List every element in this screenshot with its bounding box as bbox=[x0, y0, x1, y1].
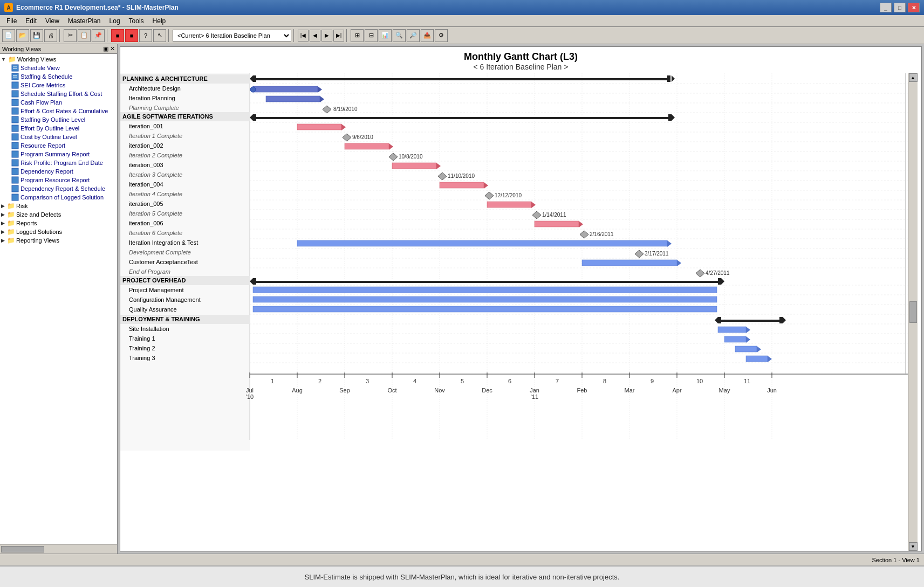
tree-folder-logged[interactable]: ▶ 📁 Logged Solutions bbox=[0, 227, 117, 236]
tree-item-dependency[interactable]: Dependency Report bbox=[9, 167, 117, 176]
tb-save[interactable]: 💾 bbox=[30, 29, 43, 42]
scroll-thumb[interactable] bbox=[1, 546, 44, 553]
svg-text:Iteration 2 Complete: Iteration 2 Complete bbox=[129, 152, 182, 158]
menu-tools[interactable]: Tools bbox=[125, 16, 148, 26]
tb-zoom-in[interactable]: 🔍 bbox=[393, 29, 406, 42]
tree-item-program-resource[interactable]: Program Resource Report bbox=[9, 176, 117, 184]
tree-item-cost-outline[interactable]: Cost by Outline Level bbox=[9, 133, 117, 141]
nav-last[interactable]: ▶| bbox=[333, 30, 344, 42]
svg-rect-99 bbox=[253, 78, 668, 80]
tree-item-cashflow[interactable]: Cash Flow Plan bbox=[9, 98, 117, 107]
left-scrollbar[interactable] bbox=[0, 544, 117, 554]
section-label: Section 1 - View 1 bbox=[872, 557, 920, 563]
minimize-button[interactable]: _ bbox=[880, 3, 892, 12]
nav-play[interactable]: ▶ bbox=[321, 30, 332, 42]
svg-text:10/8/2010: 10/8/2010 bbox=[399, 154, 423, 160]
v-scroll-thumb[interactable] bbox=[909, 301, 917, 323]
svg-text:Nov: Nov bbox=[434, 387, 445, 393]
gantt-title-main: Monthly Gantt Chart (L3) bbox=[120, 51, 921, 63]
svg-text:Iteration 4 Complete: Iteration 4 Complete bbox=[129, 191, 182, 197]
tb-settings[interactable]: ⚙ bbox=[435, 29, 448, 42]
tree-item-sei[interactable]: SEI Core Metrics bbox=[9, 81, 117, 89]
svg-rect-14 bbox=[12, 151, 18, 157]
menu-bar: File Edit View MasterPlan Log Tools Help bbox=[0, 15, 924, 27]
svg-text:iteration_001: iteration_001 bbox=[129, 123, 163, 129]
tb-new[interactable]: 📄 bbox=[2, 29, 15, 42]
svg-text:12/12/2010: 12/12/2010 bbox=[495, 192, 522, 198]
tb-help[interactable]: ? bbox=[139, 29, 152, 42]
nav-first[interactable]: |◀ bbox=[298, 30, 309, 42]
menu-view[interactable]: View bbox=[41, 16, 64, 26]
tb-grid2[interactable]: ⊟ bbox=[365, 29, 378, 42]
tree-item-comparison[interactable]: Comparison of Logged Solution bbox=[9, 193, 117, 202]
tree-item-staffing-outline[interactable]: Staffing By Outline Level bbox=[9, 115, 117, 124]
svg-text:Training 1: Training 1 bbox=[129, 335, 155, 342]
tb-cut[interactable]: ✂ bbox=[64, 29, 77, 42]
menu-edit[interactable]: Edit bbox=[21, 16, 41, 26]
menu-help[interactable]: Help bbox=[148, 16, 170, 26]
tree-item-program-summary[interactable]: Program Summary Report bbox=[9, 150, 117, 158]
tree-item-staffing-schedule[interactable]: Staffing & Schedule bbox=[9, 72, 117, 81]
app-icon: A bbox=[4, 3, 13, 12]
tree-folder-reporting[interactable]: ▶ 📁 Reporting Views bbox=[0, 236, 117, 245]
chart-right-scrollbar[interactable]: ▲ ▼ bbox=[908, 73, 918, 551]
tb-export[interactable]: 📤 bbox=[421, 29, 434, 42]
tb-red1[interactable]: ■ bbox=[111, 29, 124, 42]
svg-rect-153 bbox=[253, 306, 717, 312]
svg-text:11/10/2010: 11/10/2010 bbox=[448, 173, 475, 179]
svg-text:9/6/2010: 9/6/2010 bbox=[352, 134, 373, 140]
svg-rect-112 bbox=[668, 114, 672, 121]
nav-prev[interactable]: ◀ bbox=[310, 30, 320, 42]
tb-pointer[interactable]: ↖ bbox=[153, 29, 166, 42]
tree-item-schedule-staffing[interactable]: Schedule Staffing Effort & Cost bbox=[9, 89, 117, 98]
svg-text:Iteration Planning: Iteration Planning bbox=[129, 95, 175, 101]
tree-folder-risk[interactable]: ▶ 📁 Risk bbox=[0, 202, 117, 210]
left-panel: Working Views ▣ ✕ ▼ 📁 Working Views Sche… bbox=[0, 44, 118, 554]
baseline-dropdown[interactable]: <Current> 6 Iteration Baseline Plan bbox=[173, 30, 291, 42]
tree-folder-reports[interactable]: ▶ 📁 Reports bbox=[0, 219, 117, 227]
tree-item-effort-outline[interactable]: Effort By Outline Level bbox=[9, 124, 117, 133]
scroll-down-arrow[interactable]: ▼ bbox=[909, 542, 918, 551]
tree-item-schedule-view[interactable]: Schedule View bbox=[9, 64, 117, 72]
svg-rect-148 bbox=[253, 281, 719, 283]
footer: SLIM-Estimate is shipped with SLIM-Maste… bbox=[0, 565, 924, 587]
svg-text:Quality Assurance: Quality Assurance bbox=[129, 306, 177, 313]
svg-text:2/16/2011: 2/16/2011 bbox=[590, 231, 614, 237]
menu-masterplan[interactable]: MasterPlan bbox=[64, 16, 105, 26]
title-bar: A Ecommerce R1 Development.sea* - SLIM-M… bbox=[0, 0, 924, 15]
svg-text:Oct: Oct bbox=[387, 387, 396, 393]
menu-log[interactable]: Log bbox=[105, 16, 125, 26]
close-button[interactable]: ✕ bbox=[908, 3, 920, 12]
svg-rect-142 bbox=[582, 260, 677, 266]
tb-paste[interactable]: 📌 bbox=[92, 29, 105, 42]
svg-rect-156 bbox=[718, 320, 783, 322]
tree-item-effort-cost[interactable]: Effort & Cost Rates & Cumulative bbox=[9, 107, 117, 115]
maximize-button[interactable]: □ bbox=[894, 3, 906, 12]
gantt-title-sub: < 6 Iteration Baseline Plan > bbox=[120, 63, 921, 71]
svg-rect-8 bbox=[12, 99, 18, 106]
tb-print[interactable]: 🖨 bbox=[44, 29, 57, 42]
svg-text:8/19/2010: 8/19/2010 bbox=[333, 106, 358, 112]
svg-text:Iteration 5 Complete: Iteration 5 Complete bbox=[129, 210, 182, 217]
svg-rect-149 bbox=[718, 278, 721, 285]
tb-grid1[interactable]: ⊞ bbox=[351, 29, 364, 42]
tree-item-risk-profile[interactable]: Risk Profile: Program End Date bbox=[9, 158, 117, 167]
tree-root-working-views[interactable]: ▼ 📁 Working Views bbox=[0, 55, 117, 64]
tb-red2[interactable]: ■ bbox=[125, 29, 138, 42]
tree-item-dependency-schedule[interactable]: Dependency Report & Schedule bbox=[9, 184, 117, 193]
svg-rect-7 bbox=[12, 91, 18, 97]
scroll-up-arrow[interactable]: ▲ bbox=[909, 73, 918, 82]
svg-text:Mar: Mar bbox=[625, 387, 635, 393]
tree-folder-size[interactable]: ▶ 📁 Size and Defects bbox=[0, 210, 117, 219]
svg-text:Dec: Dec bbox=[482, 387, 492, 393]
tb-zoom-out[interactable]: 🔎 bbox=[407, 29, 420, 42]
tb-open[interactable]: 📂 bbox=[16, 29, 29, 42]
menu-file[interactable]: File bbox=[2, 16, 21, 26]
svg-rect-11 bbox=[12, 125, 18, 132]
svg-rect-151 bbox=[253, 287, 717, 293]
tb-copy[interactable]: 📋 bbox=[78, 29, 91, 42]
tree-item-resource[interactable]: Resource Report bbox=[9, 141, 117, 150]
window-controls[interactable]: _ □ ✕ bbox=[880, 3, 920, 12]
tb-chart1[interactable]: 📊 bbox=[379, 29, 392, 42]
tree-root-label: Working Views bbox=[17, 56, 56, 63]
